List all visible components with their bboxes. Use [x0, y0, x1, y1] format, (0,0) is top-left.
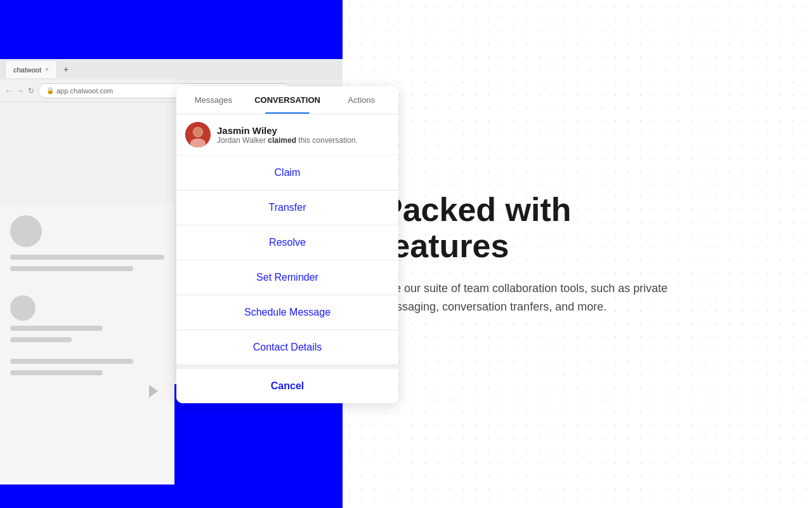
contact-info: Jasmin Wiley Jordan Walker claimed this … [217, 125, 358, 145]
cancel-button[interactable]: Cancel [176, 365, 398, 403]
conversation-panel: Messages CONVERSATION Actions Jasmin Wil… [176, 86, 398, 403]
mock-ui-content [0, 205, 174, 485]
tab-conversation[interactable]: CONVERSATION [251, 86, 325, 114]
mock-circle [10, 295, 36, 321]
action-schedule-message[interactable]: Schedule Message [176, 295, 398, 330]
tab-messages[interactable]: Messages [176, 86, 251, 114]
mock-avatar [10, 215, 42, 247]
reload-icon: ↻ [28, 86, 34, 95]
mock-line-1 [10, 255, 164, 260]
action-resolve[interactable]: Resolve [176, 225, 398, 260]
tab-label: chatwoot [13, 66, 41, 74]
blue-top-bar [0, 0, 343, 59]
avatar [185, 122, 211, 147]
browser-tab[interactable]: chatwoot × [5, 60, 57, 78]
mock-line-5 [10, 359, 133, 364]
action-transfer[interactable]: Transfer [176, 190, 398, 225]
tab-actions[interactable]: Actions [324, 86, 398, 114]
action-claim[interactable]: Claim [176, 156, 398, 190]
mock-line-2 [10, 266, 133, 271]
contact-header: Jasmin Wiley Jordan Walker claimed this … [176, 114, 398, 156]
action-sheet: Claim Transfer Resolve Set Reminder Sche… [176, 156, 398, 403]
tab-bar: chatwoot × + [0, 59, 343, 79]
tab-add-button[interactable]: + [60, 63, 72, 76]
tab-close-icon[interactable]: × [45, 66, 49, 73]
mock-line-6 [10, 370, 103, 375]
back-icon: ← [5, 86, 13, 95]
mock-line-3 [10, 326, 103, 331]
forward-icon: → [16, 86, 24, 95]
avatar-image [185, 122, 211, 147]
contact-subtitle: Jordan Walker claimed this conversation. [217, 136, 358, 145]
play-icon [149, 385, 158, 398]
right-panel: Packed with features Use our suite of te… [381, 192, 749, 316]
feature-title: Packed with features [381, 192, 749, 264]
action-set-reminder[interactable]: Set Reminder [176, 260, 398, 295]
feature-description: Use our suite of team collaboration tool… [381, 279, 672, 316]
mock-line-4 [10, 337, 72, 342]
contact-name: Jasmin Wiley [217, 125, 358, 136]
address-text: app.chatwoot.com [56, 87, 113, 95]
action-contact-details[interactable]: Contact Details [176, 330, 398, 365]
svg-point-3 [193, 128, 202, 137]
conversation-tabs: Messages CONVERSATION Actions [176, 86, 398, 114]
